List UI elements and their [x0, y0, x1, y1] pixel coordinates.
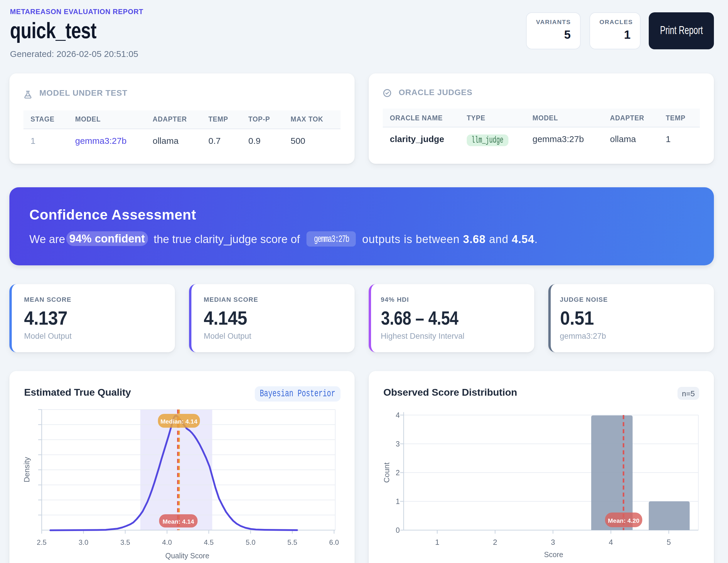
svg-text:4.5: 4.5	[204, 538, 214, 546]
svg-text:Score: Score	[544, 550, 563, 559]
svg-text:Mean: 4.20: Mean: 4.20	[608, 517, 639, 524]
svg-text:6.0: 6.0	[329, 538, 339, 546]
svg-text:3.5: 3.5	[120, 538, 130, 546]
svg-text:5.5: 5.5	[287, 538, 297, 546]
svg-text:1: 1	[396, 497, 400, 505]
svg-text:4.0: 4.0	[162, 538, 172, 546]
svg-text:5: 5	[667, 538, 671, 547]
svg-text:4: 4	[609, 538, 613, 547]
svg-text:Quality Score: Quality Score	[165, 552, 209, 560]
svg-text:2: 2	[396, 468, 400, 477]
svg-text:Count: Count	[382, 462, 391, 483]
svg-text:2: 2	[493, 538, 497, 547]
svg-text:3.0: 3.0	[79, 538, 88, 546]
svg-text:Mean: 4.14: Mean: 4.14	[163, 518, 194, 525]
svg-text:Density: Density	[22, 457, 31, 483]
svg-text:3: 3	[551, 538, 555, 547]
svg-text:Median: 4.14: Median: 4.14	[160, 418, 197, 425]
svg-text:2.5: 2.5	[37, 538, 46, 546]
svg-text:0: 0	[396, 526, 400, 534]
svg-text:3: 3	[396, 440, 400, 448]
svg-text:5.0: 5.0	[246, 538, 255, 546]
svg-text:4: 4	[396, 411, 400, 419]
svg-text:1: 1	[435, 538, 439, 547]
